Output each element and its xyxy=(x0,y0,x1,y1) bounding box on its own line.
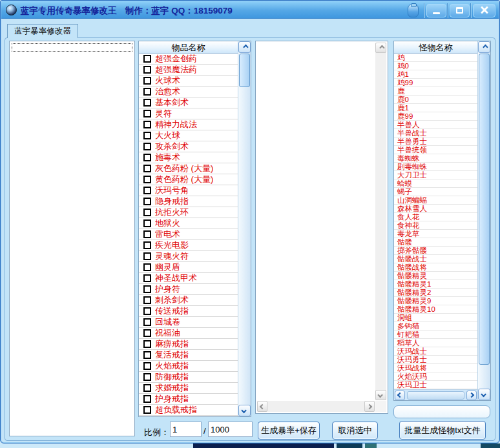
item-checkbox[interactable] xyxy=(143,121,151,128)
item-checkbox[interactable] xyxy=(143,340,151,348)
scrollbar-track[interactable] xyxy=(238,88,251,405)
scroll-right-button[interactable] xyxy=(364,401,375,412)
item-row[interactable]: 麻痹戒指 xyxy=(139,339,238,350)
item-row[interactable]: 火焰戒指 xyxy=(139,361,238,372)
item-checkbox[interactable] xyxy=(143,285,151,293)
item-row[interactable]: 传送戒指 xyxy=(139,306,238,317)
monster-row[interactable]: 沃玛卫士 xyxy=(394,381,477,389)
batch-generate-button[interactable]: 批量生成怪物txt文件 xyxy=(399,421,486,440)
item-row[interactable]: 灵魂火符 xyxy=(139,251,238,262)
monster-row[interactable]: 食人花 xyxy=(394,213,477,221)
scrollbar-thumb[interactable] xyxy=(407,391,464,400)
monster-row[interactable]: 毒龙草 xyxy=(394,230,477,238)
scroll-down-button[interactable] xyxy=(238,405,251,416)
item-checkbox[interactable] xyxy=(143,230,151,238)
monster-row[interactable]: 蛤蟆 xyxy=(394,179,477,188)
monster-row[interactable]: 骷髅精灵1 xyxy=(394,280,477,289)
item-checkbox[interactable] xyxy=(143,165,151,172)
monster-row[interactable]: 沃玛战士 xyxy=(394,347,477,356)
monster-row[interactable]: 鹿0 xyxy=(394,96,477,104)
item-row[interactable]: 护身戒指 xyxy=(139,394,238,405)
monster-row[interactable]: 骷髅精灵10 xyxy=(394,305,477,314)
item-row[interactable]: 地狱火 xyxy=(139,218,238,229)
item-row[interactable]: 求婚戒指 xyxy=(139,383,238,394)
item-checkbox[interactable] xyxy=(143,219,151,227)
item-checkbox[interactable] xyxy=(143,373,151,381)
monsters-horizontal-scrollbar[interactable] xyxy=(394,389,477,400)
selected-list[interactable] xyxy=(9,41,135,436)
item-row[interactable]: 祝福油 xyxy=(139,328,238,339)
item-checkbox[interactable] xyxy=(143,88,151,96)
scroll-up-button[interactable] xyxy=(478,41,490,53)
tab-rate-modifier[interactable]: 蓝宇暴率修改器 xyxy=(7,24,78,38)
item-checkbox[interactable] xyxy=(143,110,151,117)
generate-save-button[interactable]: 生成暴率+保存 xyxy=(258,422,320,440)
monster-row[interactable]: 剧毒蜘蛛 xyxy=(394,163,477,171)
item-row[interactable]: 防御戒指 xyxy=(139,372,238,383)
item-checkbox[interactable] xyxy=(143,187,151,194)
item-row[interactable]: 基本剑术 xyxy=(139,97,238,108)
scroll-up-button[interactable] xyxy=(238,41,251,53)
monster-row[interactable]: 骷髅精灵 xyxy=(394,272,477,280)
monster-row[interactable]: 半兽勇士 xyxy=(394,137,477,146)
item-checkbox[interactable] xyxy=(143,274,151,282)
monster-row[interactable]: 洞蛆 xyxy=(394,314,477,322)
monster-row[interactable]: 食神花 xyxy=(394,221,477,230)
monster-row[interactable]: 半兽战士 xyxy=(394,129,477,137)
monster-row[interactable]: 鸡 xyxy=(394,54,477,62)
item-checkbox[interactable] xyxy=(143,198,151,205)
item-row[interactable]: 精神力战法 xyxy=(139,119,238,130)
scroll-left-button[interactable] xyxy=(395,391,405,400)
skin-jar-icon[interactable] xyxy=(408,4,419,17)
item-row[interactable]: 火球术 xyxy=(139,76,238,87)
item-checkbox[interactable] xyxy=(143,318,151,326)
item-checkbox[interactable] xyxy=(143,296,151,304)
item-row[interactable]: 幽灵盾 xyxy=(139,262,238,273)
item-checkbox[interactable] xyxy=(143,55,151,63)
monster-row[interactable]: 多钩猫 xyxy=(394,322,477,331)
minimize-button[interactable] xyxy=(426,4,446,17)
monster-row[interactable]: 鸡1 xyxy=(394,70,477,79)
scrollbar-thumb[interactable] xyxy=(239,54,250,87)
title-bar[interactable]: 蓝宇专用传奇暴率修改王 制作：蓝宇 QQ：18159079 xyxy=(1,1,499,19)
item-row[interactable]: 雷电术 xyxy=(139,229,238,240)
item-row[interactable]: 超强金创药 xyxy=(139,54,238,65)
monster-row[interactable]: 沃玛战将 xyxy=(394,364,477,372)
item-row[interactable]: 复活戒指 xyxy=(139,350,238,361)
monster-row[interactable]: 鸡99 xyxy=(394,79,477,87)
monsters-scrollbar[interactable] xyxy=(477,41,490,400)
monster-row[interactable]: 森林雪人 xyxy=(394,205,477,213)
item-row[interactable]: 灰色药粉 (大量) xyxy=(139,163,238,174)
monster-row[interactable]: 半兽人 xyxy=(394,121,477,129)
item-row[interactable]: 灵符 xyxy=(139,108,238,119)
monster-row[interactable]: 鹿1 xyxy=(394,104,477,112)
monster-row[interactable]: 半兽统领 xyxy=(394,146,477,154)
item-row[interactable]: 护身符 xyxy=(139,284,238,295)
item-row[interactable]: 超负载戒指 xyxy=(139,405,238,416)
monster-row[interactable]: 骷髅 xyxy=(394,238,477,247)
output-horizontal-scrollbar[interactable] xyxy=(257,401,375,412)
item-row[interactable]: 沃玛号角 xyxy=(139,185,238,196)
item-checkbox[interactable] xyxy=(143,154,151,161)
scroll-up-button[interactable] xyxy=(375,43,386,53)
monster-row[interactable]: 沃玛勇士 xyxy=(394,356,477,364)
item-checkbox[interactable] xyxy=(143,252,151,260)
items-scrollbar[interactable] xyxy=(238,41,251,416)
item-checkbox[interactable] xyxy=(143,99,151,107)
item-row[interactable]: 疾光电影 xyxy=(139,240,238,251)
scroll-right-button[interactable] xyxy=(466,391,477,400)
monster-row[interactable]: 毒蜘蛛 xyxy=(394,154,477,163)
monster-row[interactable]: 火焰沃玛 xyxy=(394,372,477,381)
cancel-selection-button[interactable]: 取消选中 xyxy=(332,422,378,440)
item-row[interactable]: 隐身戒指 xyxy=(139,196,238,207)
item-checkbox[interactable] xyxy=(143,77,151,85)
item-checkbox[interactable] xyxy=(143,362,151,370)
monster-row[interactable]: 鸡0 xyxy=(394,62,477,70)
item-checkbox[interactable] xyxy=(143,241,151,249)
item-row[interactable]: 超强魔法药 xyxy=(139,65,238,76)
item-checkbox[interactable] xyxy=(143,132,151,139)
output-vertical-scrollbar[interactable] xyxy=(375,43,386,400)
ratio-denominator-input[interactable] xyxy=(208,422,253,437)
item-row[interactable]: 大火球 xyxy=(139,130,238,141)
scrollbar-track[interactable] xyxy=(478,365,490,389)
